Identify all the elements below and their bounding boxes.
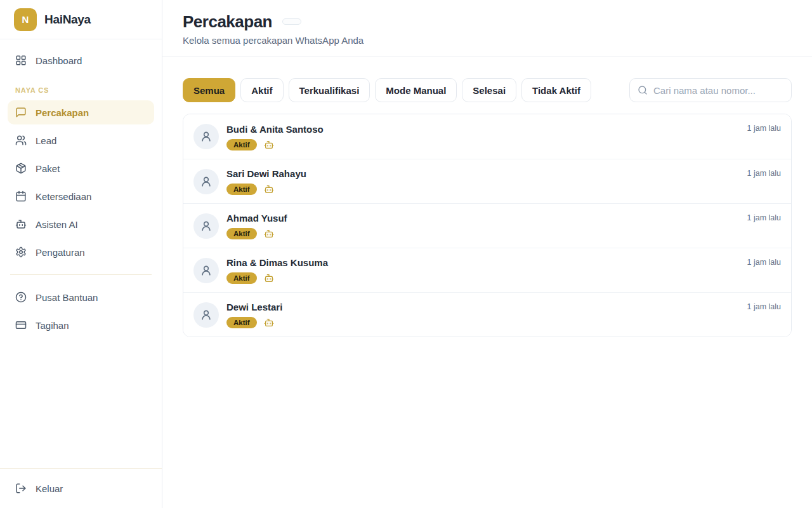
chat-bubble-icon bbox=[15, 107, 27, 118]
sidebar-item-label: Pusat Bantuan bbox=[36, 292, 98, 303]
sidebar-item-pengaturan[interactable]: Pengaturan bbox=[8, 240, 154, 264]
sidebar-item-tagihan[interactable]: Tagihan bbox=[8, 313, 154, 337]
brand-logo-icon: N bbox=[14, 8, 37, 31]
filter-tidak-aktif[interactable]: Tidak Aktif bbox=[521, 78, 591, 102]
calendar-icon bbox=[15, 190, 27, 202]
sidebar-item-dashboard[interactable]: Dashboard bbox=[8, 48, 154, 72]
conversation-row[interactable]: Rina & Dimas Kusuma Aktif 1 jam lalu bbox=[183, 248, 791, 292]
sidebar-footer: Keluar bbox=[0, 468, 162, 508]
avatar bbox=[193, 213, 219, 239]
status-badge: Aktif bbox=[226, 228, 257, 239]
sidebar-item-ketersediaan[interactable]: Ketersediaan bbox=[8, 184, 154, 208]
robot-icon bbox=[264, 140, 274, 150]
avatar bbox=[193, 169, 219, 194]
status-badge: Aktif bbox=[226, 184, 257, 195]
search-icon bbox=[638, 85, 648, 95]
sidebar-item-paket[interactable]: Paket bbox=[8, 156, 154, 180]
conversation-time: 1 jam lalu bbox=[747, 213, 782, 223]
sidebar-nav: Dashboard NAYA CS Percakapan Lead Paket … bbox=[0, 39, 162, 468]
conversation-name: Rina & Dimas Kusuma bbox=[226, 257, 740, 269]
logout-button[interactable]: Keluar bbox=[8, 476, 154, 500]
sidebar-item-label: Lead bbox=[36, 135, 56, 146]
logout-icon bbox=[15, 483, 27, 494]
sidebar-item-label: Percakapan bbox=[36, 107, 89, 118]
avatar bbox=[193, 124, 219, 149]
conversation-time: 1 jam lalu bbox=[747, 123, 782, 133]
sidebar-item-asisten-ai[interactable]: Asisten AI bbox=[8, 212, 154, 236]
status-badge: Aktif bbox=[226, 317, 257, 328]
conversation-name: Budi & Anita Santoso bbox=[226, 123, 740, 136]
page-header: Percakapan Kelola semua percakapan Whats… bbox=[162, 0, 812, 57]
robot-icon bbox=[264, 318, 274, 328]
user-icon bbox=[200, 309, 213, 321]
user-icon bbox=[200, 175, 213, 188]
header-toggle-pill[interactable] bbox=[282, 18, 301, 25]
robot-icon bbox=[264, 184, 274, 194]
conversation-time: 1 jam lalu bbox=[747, 168, 782, 178]
sidebar: N HaiNaya Dashboard NAYA CS Percakapan L… bbox=[0, 0, 162, 508]
avatar bbox=[193, 258, 219, 283]
conversation-row[interactable]: Sari Dewi Rahayu Aktif 1 jam lalu bbox=[183, 159, 791, 203]
conversation-time: 1 jam lalu bbox=[747, 257, 782, 267]
sidebar-divider bbox=[10, 274, 152, 275]
filter-aktif[interactable]: Aktif bbox=[240, 78, 283, 102]
dashboard-grid-icon bbox=[15, 55, 27, 66]
toolbar: Semua Aktif Terkualifikasi Mode Manual S… bbox=[162, 57, 812, 114]
main-content: Percakapan Kelola semua percakapan Whats… bbox=[162, 0, 812, 508]
robot-icon bbox=[264, 273, 274, 283]
sidebar-section-label: NAYA CS bbox=[15, 86, 147, 94]
avatar bbox=[193, 302, 219, 328]
conversation-time: 1 jam lalu bbox=[747, 302, 782, 312]
conversation-name: Ahmad Yusuf bbox=[226, 212, 740, 225]
user-icon bbox=[200, 264, 213, 277]
help-circle-icon bbox=[15, 291, 27, 303]
sidebar-item-percakapan[interactable]: Percakapan bbox=[8, 100, 154, 124]
conversation-name: Sari Dewi Rahayu bbox=[226, 168, 740, 180]
status-badge: Aktif bbox=[226, 139, 257, 150]
credit-card-icon bbox=[15, 319, 27, 331]
search-box bbox=[629, 78, 792, 102]
filter-selesai[interactable]: Selesai bbox=[462, 78, 516, 102]
robot-icon bbox=[15, 218, 27, 230]
sidebar-item-label: Ketersediaan bbox=[36, 191, 91, 202]
brand: N HaiNaya bbox=[0, 0, 162, 39]
users-icon bbox=[15, 135, 27, 146]
page-title: Percakapan bbox=[183, 11, 272, 32]
gear-icon bbox=[15, 246, 27, 258]
logout-label: Keluar bbox=[36, 483, 63, 494]
conversation-row[interactable]: Dewi Lestari Aktif 1 jam lalu bbox=[183, 292, 791, 337]
filter-semua[interactable]: Semua bbox=[183, 78, 235, 102]
conversation-list: Budi & Anita Santoso Aktif 1 jam lalu Sa… bbox=[183, 114, 792, 337]
status-badge: Aktif bbox=[226, 272, 257, 284]
user-icon bbox=[200, 220, 213, 232]
conversation-name: Dewi Lestari bbox=[226, 301, 740, 314]
sidebar-item-label: Tagihan bbox=[36, 320, 69, 331]
conversation-row[interactable]: Ahmad Yusuf Aktif 1 jam lalu bbox=[183, 203, 791, 248]
user-icon bbox=[200, 130, 213, 143]
filter-terkualifikasi[interactable]: Terkualifikasi bbox=[289, 78, 370, 102]
filter-mode-manual[interactable]: Mode Manual bbox=[375, 78, 457, 102]
sidebar-item-label: Paket bbox=[36, 163, 60, 174]
sidebar-item-pusat-bantuan[interactable]: Pusat Bantuan bbox=[8, 285, 154, 309]
search-input[interactable] bbox=[653, 85, 783, 96]
sidebar-item-label: Pengaturan bbox=[36, 247, 85, 258]
sidebar-item-label: Asisten AI bbox=[36, 219, 78, 230]
robot-icon bbox=[264, 229, 274, 239]
sidebar-item-lead[interactable]: Lead bbox=[8, 128, 154, 152]
page-subtitle: Kelola semua percakapan WhatsApp Anda bbox=[183, 35, 792, 46]
brand-name: HaiNaya bbox=[44, 13, 91, 27]
package-icon bbox=[15, 163, 27, 174]
conversation-row[interactable]: Budi & Anita Santoso Aktif 1 jam lalu bbox=[183, 114, 791, 159]
filter-group: Semua Aktif Terkualifikasi Mode Manual S… bbox=[183, 78, 591, 102]
sidebar-item-label: Dashboard bbox=[36, 55, 82, 66]
